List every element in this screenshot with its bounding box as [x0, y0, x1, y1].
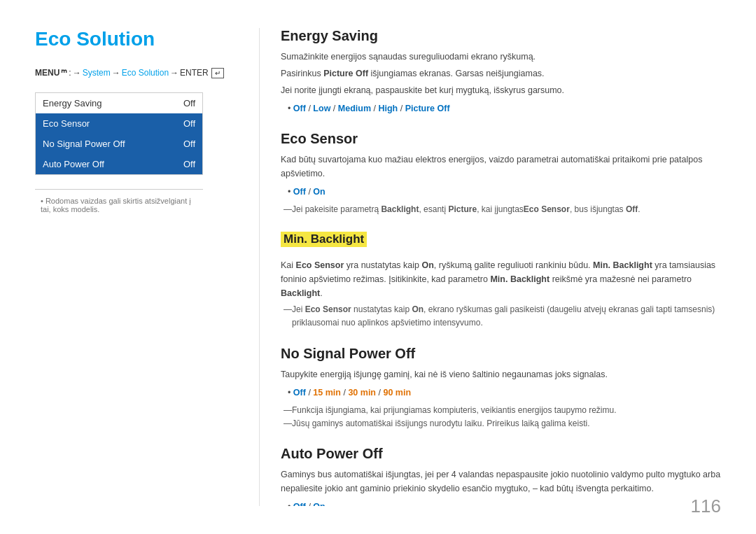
energy-saving-options: Off / Low / Medium / High / Picture Off [288, 101, 721, 115]
arrow-3: → [170, 68, 178, 78]
section-title-no-signal-power-off: No Signal Power Off [281, 346, 721, 362]
min-backlight-dash-list: Jei Eco Sensor nustatytas kaip On, ekran… [284, 303, 721, 330]
menu-icon-symbol: ᵐ [61, 67, 67, 78]
energy-saving-text-1: Sumažinkite energijos sąnaudas sureguliu… [281, 50, 721, 64]
no-signal-text-1: Taupykite energiją išjungę gaminį, kai n… [281, 367, 721, 381]
no-signal-options: Off / 15 min / 30 min / 90 min [288, 386, 721, 400]
arrow-2: → [112, 68, 120, 78]
eco-sensor-label: Eco Sensor [43, 118, 90, 129]
no-signal-dash-list: Funkcija išjungiama, kai prijungiamas ko… [284, 404, 721, 430]
min-backlight-dash-1: Jei Eco Sensor nustatytas kaip On, ekran… [284, 303, 721, 330]
energy-saving-value: Off [183, 98, 195, 108]
eco-sensor-dash-1: Jei pakeisite parametrą Backlight, esant… [284, 203, 721, 216]
no-signal-dash-1: Funkcija išjungiama, kai prijungiamas ko… [284, 404, 721, 417]
menu-label: MENU [35, 68, 59, 78]
section-min-backlight: Min. Backlight Kai Eco Sensor yra nustat… [281, 232, 721, 330]
auto-power-off-value: Off [183, 159, 195, 169]
section-energy-saving: Energy Saving Sumažinkite energijos sąna… [281, 28, 721, 115]
no-signal-dash-2: Jūsų gaminys automatiškai išsijungs nuro… [284, 417, 721, 430]
menu-item-eco-sensor[interactable]: Eco Sensor Off [36, 113, 202, 134]
section-no-signal-power-off: No Signal Power Off Taupykite energiją i… [281, 346, 721, 430]
energy-saving-text-3: Jei norite įjungti ekraną, paspauskite b… [281, 83, 721, 97]
auto-power-off-label: Auto Power Off [43, 159, 104, 169]
auto-power-off-options: Off / On [288, 500, 721, 506]
menu-item-energy-saving[interactable]: Energy Saving Off [36, 93, 202, 113]
section-title-auto-power-off: Auto Power Off [281, 446, 721, 462]
right-column: Energy Saving Sumažinkite energijos sąna… [259, 28, 721, 506]
footnote: Rodomas vaizdas gali skirtis atsižvelgia… [35, 189, 203, 213]
auto-power-off-options-item: Off / On [288, 500, 721, 506]
energy-saving-text-2: Pasirinkus Picture Off išjungiamas ekran… [281, 66, 721, 80]
no-signal-label: No Signal Power Off [43, 139, 125, 149]
menu-colon: : [69, 68, 71, 78]
section-title-energy-saving: Energy Saving [281, 28, 721, 44]
menu-item-no-signal-power-off[interactable]: No Signal Power Off Off [36, 134, 202, 154]
eco-solution-label: Eco Solution [122, 68, 169, 78]
energy-saving-label: Energy Saving [43, 98, 102, 108]
section-eco-sensor: Eco Sensor Kad būtų suvartojama kuo maži… [281, 131, 721, 216]
left-column: Eco Solution MENU ᵐ : → System → Eco Sol… [35, 28, 259, 506]
eco-sensor-options: Off / On [288, 185, 721, 199]
page-title: Eco Solution [35, 28, 238, 50]
page: Eco Solution MENU ᵐ : → System → Eco Sol… [0, 0, 756, 534]
menu-path: MENU ᵐ : → System → Eco Solution → ENTER… [35, 67, 238, 78]
enter-icon: ↵ [211, 68, 224, 78]
no-signal-value: Off [183, 139, 195, 149]
min-backlight-text-1: Kai Eco Sensor yra nustatytas kaip On, r… [281, 258, 721, 300]
eco-sensor-dash-list: Jei pakeisite parametrą Backlight, esant… [284, 203, 721, 216]
enter-label: ENTER [180, 68, 209, 78]
menu-item-auto-power-off[interactable]: Auto Power Off Off [36, 154, 202, 174]
menu-box: Energy Saving Off Eco Sensor Off No Sign… [35, 92, 203, 175]
energy-saving-options-item: Off / Low / Medium / High / Picture Off [288, 101, 721, 115]
section-title-eco-sensor: Eco Sensor [281, 131, 721, 147]
arrow-1: → [73, 68, 81, 78]
eco-sensor-options-item: Off / On [288, 185, 721, 199]
eco-sensor-value: Off [183, 118, 195, 129]
system-label: System [83, 68, 111, 78]
section-auto-power-off: Auto Power Off Gaminys bus automatiškai … [281, 446, 721, 506]
no-signal-options-item: Off / 15 min / 30 min / 90 min [288, 386, 721, 400]
section-title-min-backlight: Min. Backlight [281, 232, 367, 247]
eco-sensor-text-1: Kad būtų suvartojama kuo mažiau elektros… [281, 153, 721, 181]
auto-power-off-text-1: Gaminys bus automatiškai išjungtas, jei … [281, 468, 721, 496]
page-number: 116 [691, 496, 721, 517]
